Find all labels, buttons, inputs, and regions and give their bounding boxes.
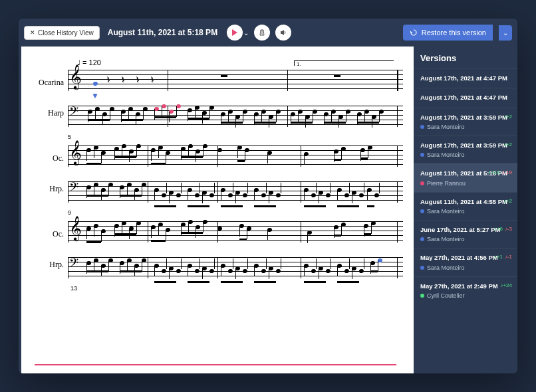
versions-panel: Versions August 17th, 2021 at 4:47 PMAug… xyxy=(414,47,517,373)
user-color-dot xyxy=(420,209,424,213)
version-user: Sara Monteiro xyxy=(420,124,511,130)
staff-ocarina: 9 𝄞 xyxy=(68,219,403,244)
version-item[interactable]: August 17th, 2021 at 4:47 PM xyxy=(414,68,517,88)
instrument-label-abbr: Oc. xyxy=(32,229,64,239)
version-item[interactable]: June 17th, 2021 at 5:27 PMSara Monteiro♪… xyxy=(414,220,517,248)
content-area: ♩ = 120 Ocarina Harp 𝄞 1. xyxy=(19,47,517,373)
version-user: Pierre Rannou xyxy=(420,180,511,187)
version-item[interactable]: August 17th, 2021 at 3:59 PMSara Monteir… xyxy=(414,136,517,163)
system-1: Ocarina Harp 𝄞 1. xyxy=(32,67,403,128)
version-date: August 11th, 2021 at 4:55 PM xyxy=(420,198,511,206)
system-3: Oc. Hrp. 9 𝄞 𝄢 xyxy=(32,219,403,280)
stat-deletions: ♪-3 xyxy=(505,226,512,232)
user-color-dot xyxy=(420,237,424,241)
restore-label: Restore this version xyxy=(422,29,486,37)
version-item[interactable]: August 11th, 2021 at 4:55 PMSara Monteir… xyxy=(414,192,517,220)
stat-additions: ♪+2 xyxy=(503,198,512,204)
user-color-dot xyxy=(420,153,424,157)
edit-marker-icon xyxy=(92,94,98,98)
version-item[interactable]: August 17th, 2021 at 3:59 PMSara Monteir… xyxy=(414,108,517,136)
version-date: May 27th, 2021 at 2:49 PM xyxy=(420,282,511,290)
user-color-dot xyxy=(420,266,424,270)
version-user: Sara Monteiro xyxy=(420,151,511,158)
measure-number: 9 xyxy=(68,209,71,216)
version-item[interactable]: May 27th, 2021 at 2:49 PMCyril Coutelier… xyxy=(414,276,517,304)
restore-dropdown-button[interactable]: ⌄ xyxy=(499,25,512,41)
versions-header: Versions xyxy=(414,47,517,68)
restore-icon xyxy=(410,29,418,37)
playback-progress[interactable] xyxy=(35,364,400,365)
version-date: August 17th, 2021 at 3:59 PM xyxy=(420,142,511,149)
score-area[interactable]: ♩ = 120 Ocarina Harp 𝄞 1. xyxy=(21,47,414,373)
app-window: ✕ Close History View August 11th, 2021 a… xyxy=(19,19,517,373)
version-item[interactable]: August 17th, 2021 at 4:47 PM xyxy=(414,88,517,107)
version-date: August 17th, 2021 at 4:47 PM xyxy=(420,94,511,102)
version-date: August 17th, 2021 at 3:59 PM xyxy=(420,114,511,122)
staff-harp: 𝄢 xyxy=(68,103,403,128)
measure-number: 13 xyxy=(70,285,414,292)
restore-button[interactable]: Restore this version xyxy=(403,25,493,41)
version-user: Sara Monteiro xyxy=(420,236,511,243)
instrument-label-abbr: Oc. xyxy=(32,153,64,163)
staff-harp: 𝄢 xyxy=(68,179,403,204)
version-item[interactable]: August 11th, 2021 at 5:18 PMPierre Ranno… xyxy=(414,163,517,191)
version-user: Sara Monteiro xyxy=(420,208,511,215)
metronome-button[interactable] xyxy=(254,25,270,41)
version-title: August 11th, 2021 at 5:18 PM xyxy=(108,28,217,37)
staff-ocarina: 𝄞 1. xyxy=(68,67,403,92)
stat-additions: ♪+24 xyxy=(500,282,512,288)
close-label: Close History View xyxy=(38,29,94,37)
stat-additions: ♪+1 xyxy=(494,254,503,260)
user-color-dot xyxy=(420,181,424,185)
staff-harp: 𝄢 xyxy=(68,254,403,280)
close-icon: ✕ xyxy=(30,29,35,36)
instrument-label: Ocarina xyxy=(32,78,64,88)
stat-additions: ♪+2 xyxy=(503,114,512,120)
toolbar: ✕ Close History View August 11th, 2021 a… xyxy=(19,19,517,47)
user-color-dot xyxy=(420,294,424,298)
stat-additions: ♪+2 xyxy=(503,142,512,147)
stat-additions: ♪+6 xyxy=(494,226,503,232)
instrument-label-abbr: Hrp. xyxy=(32,260,64,270)
version-date: August 17th, 2021 at 4:47 PM xyxy=(420,74,511,82)
user-color-dot xyxy=(420,125,424,129)
volta-bracket: 1. xyxy=(294,60,394,66)
score: ♩ = 120 Ocarina Harp 𝄞 1. xyxy=(21,47,414,312)
stat-deletions: ♪-19 xyxy=(501,169,512,175)
version-item[interactable]: May 27th, 2021 at 4:56 PMSara Monteiro♪+… xyxy=(414,248,517,276)
system-2: Oc. Hrp. 5 𝄞 𝄢 xyxy=(32,143,403,204)
instrument-label-abbr: Hrp. xyxy=(32,184,64,194)
measure-number: 5 xyxy=(68,134,71,140)
play-button[interactable] xyxy=(227,25,243,41)
progress-thumb[interactable] xyxy=(396,361,404,369)
version-user: Sara Monteiro xyxy=(420,264,511,271)
version-user: Cyril Coutelier xyxy=(420,292,511,299)
volume-button[interactable] xyxy=(275,25,291,41)
versions-list: August 17th, 2021 at 4:47 PMAugust 17th,… xyxy=(414,68,517,304)
staff-ocarina: 5 𝄞 xyxy=(68,143,403,168)
chevron-down-icon[interactable]: ⌄ xyxy=(243,29,249,37)
instrument-label: Harp xyxy=(32,108,64,118)
stat-deletions: ♪-1 xyxy=(505,254,512,260)
stat-additions: ♪+19 xyxy=(488,169,500,175)
close-history-button[interactable]: ✕ Close History View xyxy=(24,26,100,40)
